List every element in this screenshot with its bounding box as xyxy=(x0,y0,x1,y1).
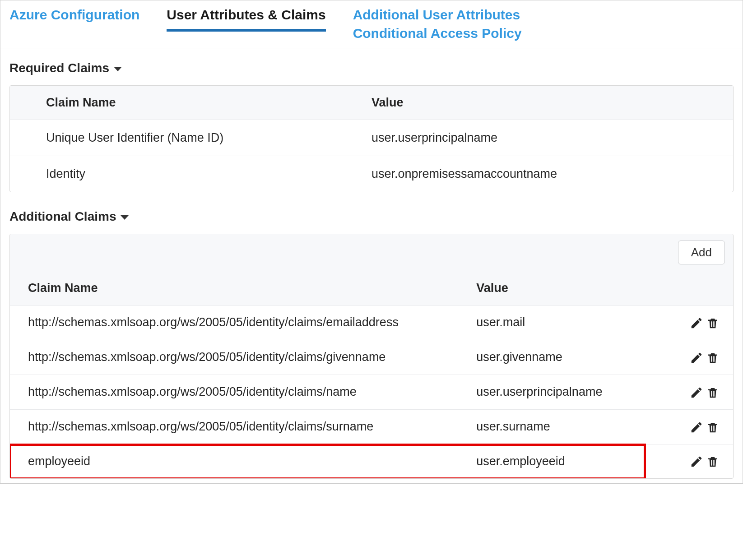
row-actions xyxy=(661,340,733,375)
additional-claims-toolbar: Add xyxy=(10,234,733,271)
tab-bar: Azure Configuration User Attributes & Cl… xyxy=(0,1,743,48)
row-actions xyxy=(661,305,733,340)
additional-cell-value: user.employeeid xyxy=(458,444,661,478)
row-actions xyxy=(661,375,733,409)
table-row: http://schemas.xmlsoap.org/ws/2005/05/id… xyxy=(10,305,733,340)
required-claims-title: Required Claims xyxy=(9,61,109,75)
add-button[interactable]: Add xyxy=(678,241,725,264)
additional-header-value: Value xyxy=(458,271,661,305)
table-row: http://schemas.xmlsoap.org/ws/2005/05/id… xyxy=(10,409,733,444)
edit-icon[interactable] xyxy=(690,421,703,434)
additional-cell-value: user.surname xyxy=(458,409,661,444)
edit-icon[interactable] xyxy=(690,351,703,365)
additional-cell-name: http://schemas.xmlsoap.org/ws/2005/05/id… xyxy=(10,340,458,375)
required-header-value: Value xyxy=(335,86,733,120)
delete-icon[interactable] xyxy=(706,421,720,434)
edit-icon[interactable] xyxy=(690,386,703,399)
required-cell-name: Identity xyxy=(10,156,335,192)
required-claims-panel: Claim Name Value Unique User Identifier … xyxy=(9,85,734,192)
required-claims-header[interactable]: Required Claims xyxy=(0,48,743,85)
tab-additional-user-attributes-label: Additional User Attributes xyxy=(353,6,522,24)
additional-cell-value: user.givenname xyxy=(458,340,661,375)
delete-icon[interactable] xyxy=(706,386,720,399)
additional-header-claim-name: Claim Name xyxy=(10,271,458,305)
required-cell-value: user.userprincipalname xyxy=(335,120,733,156)
additional-cell-name: http://schemas.xmlsoap.org/ws/2005/05/id… xyxy=(10,409,458,444)
row-actions xyxy=(661,444,733,478)
delete-icon[interactable] xyxy=(706,455,720,468)
required-header-claim-name: Claim Name xyxy=(10,86,335,120)
additional-claims-title: Additional Claims xyxy=(9,209,116,224)
table-row: Identity user.onpremisessamaccountname xyxy=(10,156,733,192)
edit-icon[interactable] xyxy=(690,316,703,330)
table-row: employeeiduser.employeeid xyxy=(10,444,733,478)
tab-user-attributes-claims[interactable]: User Attributes & Claims xyxy=(167,6,325,32)
table-row: http://schemas.xmlsoap.org/ws/2005/05/id… xyxy=(10,340,733,375)
additional-cell-value: user.userprincipalname xyxy=(458,375,661,409)
additional-claims-panel: Add Claim Name Value http://schemas.xmls… xyxy=(9,234,734,479)
required-cell-value: user.onpremisessamaccountname xyxy=(335,156,733,192)
delete-icon[interactable] xyxy=(706,351,720,365)
chevron-down-icon xyxy=(114,67,122,71)
additional-claims-header[interactable]: Additional Claims xyxy=(0,197,743,234)
row-actions xyxy=(661,409,733,444)
tab-azure-configuration[interactable]: Azure Configuration xyxy=(9,6,139,30)
tab-additional-and-conditional[interactable]: Additional User Attributes Conditional A… xyxy=(353,6,522,48)
required-cell-name: Unique User Identifier (Name ID) xyxy=(10,120,335,156)
page-container: Azure Configuration User Attributes & Cl… xyxy=(0,0,743,484)
edit-icon[interactable] xyxy=(690,455,703,468)
additional-cell-name: http://schemas.xmlsoap.org/ws/2005/05/id… xyxy=(10,375,458,409)
additional-claims-table: Claim Name Value http://schemas.xmlsoap.… xyxy=(10,271,733,478)
table-row: http://schemas.xmlsoap.org/ws/2005/05/id… xyxy=(10,375,733,409)
delete-icon[interactable] xyxy=(706,316,720,330)
tab-conditional-access-policy-label: Conditional Access Policy xyxy=(353,24,522,43)
chevron-down-icon xyxy=(121,215,129,220)
additional-header-actions xyxy=(661,271,733,305)
table-row: Unique User Identifier (Name ID) user.us… xyxy=(10,120,733,156)
additional-cell-name: employeeid xyxy=(10,444,458,478)
required-claims-table: Claim Name Value Unique User Identifier … xyxy=(10,86,733,192)
additional-cell-name: http://schemas.xmlsoap.org/ws/2005/05/id… xyxy=(10,305,458,340)
additional-cell-value: user.mail xyxy=(458,305,661,340)
